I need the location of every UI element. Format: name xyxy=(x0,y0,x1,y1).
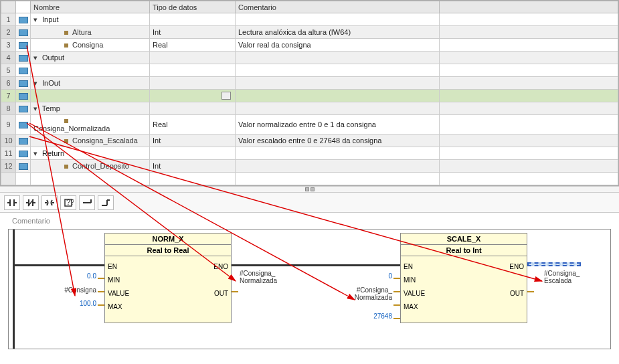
norm-min-val[interactable]: 0.0 xyxy=(66,272,96,280)
row-tag-icon xyxy=(16,77,31,90)
cell-comment[interactable]: Lectura analóxica da altura (IW64) xyxy=(236,26,440,39)
cell-type[interactable]: Real xyxy=(150,39,236,52)
cell-name[interactable]: ▾ InOut xyxy=(31,77,150,90)
cell-comment[interactable] xyxy=(236,90,440,102)
norm-out-tag[interactable]: #Consigna_ Normalizada xyxy=(240,270,300,284)
table-row[interactable]: 2AlturaIntLectura analóxica da altura (I… xyxy=(1,26,618,39)
cell-name[interactable]: Consigna_Normalizada xyxy=(31,115,150,134)
scale-x-block[interactable]: SCALE_X Real to Int EN MIN VALUE MAX ENO… xyxy=(400,233,527,323)
row-number[interactable]: 4 xyxy=(1,52,16,64)
cell-type[interactable]: Int xyxy=(150,134,236,147)
pin-en: EN xyxy=(108,263,117,270)
norm-value-tag[interactable]: #Consigna xyxy=(50,286,96,294)
cell-name[interactable]: ▾ Return xyxy=(31,147,150,160)
table-row[interactable]: 10Consigna_EscaladaIntValor escalado ent… xyxy=(1,134,618,147)
branch-close-button[interactable] xyxy=(98,195,114,210)
table-row[interactable]: 6▾ InOut xyxy=(1,77,618,90)
row-number[interactable]: 9 xyxy=(1,115,16,134)
scale-min-val[interactable]: 0 xyxy=(363,272,392,280)
header-type[interactable]: Tipo de datos xyxy=(150,1,236,13)
pin-max2: MAX xyxy=(404,303,418,310)
table-row[interactable]: 11▾ Return xyxy=(1,147,618,160)
row-tag-icon xyxy=(16,64,31,77)
cell-name[interactable] xyxy=(31,64,150,77)
network-diagram[interactable]: NORM_X Real to Real EN MIN VALUE MAX ENO… xyxy=(8,229,611,349)
cell-comment[interactable] xyxy=(236,147,440,160)
row-number[interactable]: 8 xyxy=(1,102,16,115)
cell-type[interactable] xyxy=(150,90,236,102)
row-number[interactable]: 11 xyxy=(1,147,16,160)
row-number[interactable]: 12 xyxy=(1,160,16,173)
cell-name[interactable]: Altura xyxy=(31,26,150,39)
pin-out: OUT xyxy=(214,290,228,297)
row-tag-icon xyxy=(16,102,31,115)
pin-min: MIN xyxy=(108,276,120,284)
table-row[interactable]: 9Consigna_NormalizadaRealValor normaliza… xyxy=(1,115,618,134)
cell-type[interactable] xyxy=(150,13,236,26)
cell-comment[interactable] xyxy=(236,160,440,173)
pin-min2: MIN xyxy=(404,276,416,284)
cell-type[interactable] xyxy=(150,102,236,115)
cell-name[interactable]: Consigna_Escalada xyxy=(31,134,150,147)
contact-nc-button[interactable] xyxy=(23,195,39,210)
cell-comment[interactable] xyxy=(236,13,440,26)
pin-value: VALUE xyxy=(108,290,129,297)
cell-comment[interactable] xyxy=(236,64,440,77)
cell-type[interactable]: Int xyxy=(150,160,236,173)
coil-button[interactable] xyxy=(41,195,58,210)
table-row[interactable]: 5 xyxy=(1,64,618,77)
table-row[interactable]: 4▾ Output xyxy=(1,52,618,64)
header-row: Nombre Tipo de datos Comentario xyxy=(1,1,618,13)
cell-type[interactable] xyxy=(150,77,236,90)
cell-comment[interactable] xyxy=(236,77,440,90)
row-number[interactable]: 5 xyxy=(1,64,16,77)
table-row[interactable]: 1▾ Input xyxy=(1,13,618,26)
branch-open-button[interactable] xyxy=(79,195,95,210)
table-row[interactable]: 3ConsignaRealValor real da consigna xyxy=(1,39,618,52)
network-comment-label[interactable]: Comentario xyxy=(7,215,612,229)
cell-name[interactable] xyxy=(31,90,150,102)
table-row[interactable]: 12Control_DepositoInt xyxy=(1,160,618,173)
header-rest xyxy=(440,1,618,13)
row-number[interactable]: 6 xyxy=(1,77,16,90)
cell-name[interactable]: ▾ Temp xyxy=(31,102,150,115)
cell-name[interactable]: Consigna xyxy=(31,39,150,52)
cell-type[interactable] xyxy=(150,52,236,64)
cell-name[interactable]: ▾ Input xyxy=(31,13,150,26)
row-number[interactable]: 1 xyxy=(1,13,16,26)
type-picker-button[interactable] xyxy=(222,92,231,100)
row-number[interactable]: 2 xyxy=(1,26,16,39)
horizontal-splitter[interactable] xyxy=(0,186,619,193)
cell-type[interactable]: Int xyxy=(150,26,236,39)
pin-out2: OUT xyxy=(510,290,524,297)
cell-comment[interactable]: Valor escalado entre 0 e 27648 da consig… xyxy=(236,134,440,147)
header-blank2 xyxy=(16,1,31,13)
pin-eno2: ENO xyxy=(509,263,524,270)
svg-text:??: ?? xyxy=(66,198,74,206)
cell-type[interactable] xyxy=(150,147,236,160)
norm-x-block[interactable]: NORM_X Real to Real EN MIN VALUE MAX ENO… xyxy=(104,233,232,323)
norm-max-val[interactable]: 100.0 xyxy=(66,300,96,307)
header-name[interactable]: Nombre xyxy=(31,1,150,13)
cell-comment[interactable]: Valor real da consigna xyxy=(236,39,440,52)
cell-comment[interactable] xyxy=(236,102,440,115)
scale-value-tag[interactable]: #Consigna_ Normalizada xyxy=(340,286,392,301)
cell-type[interactable] xyxy=(150,64,236,77)
row-number[interactable]: 10 xyxy=(1,134,16,147)
box-button[interactable]: ?? xyxy=(60,195,76,210)
fbd-area: Comentario NORM_X Real to Real EN MIN VA… xyxy=(0,213,619,364)
cell-comment[interactable] xyxy=(236,52,440,64)
row-number[interactable]: 7 xyxy=(1,90,16,102)
cell-name[interactable]: ▾ Output xyxy=(31,52,150,64)
row-number[interactable]: 3 xyxy=(1,39,16,52)
cell-comment[interactable]: Valor normalizado entre 0 e 1 da consign… xyxy=(236,115,440,134)
contact-no-button[interactable] xyxy=(4,195,20,210)
table-row[interactable]: 8▾ Temp xyxy=(1,102,618,115)
table-row[interactable]: 7 xyxy=(1,90,618,102)
scale-out-tag[interactable]: #Consigna_ Escalada xyxy=(544,270,598,284)
header-comment[interactable]: Comentario xyxy=(236,1,440,13)
row-tag-icon xyxy=(16,115,31,134)
cell-name[interactable]: Control_Deposito xyxy=(31,160,150,173)
scale-max-val[interactable]: 27648 xyxy=(357,312,392,320)
cell-type[interactable]: Real xyxy=(150,115,236,134)
